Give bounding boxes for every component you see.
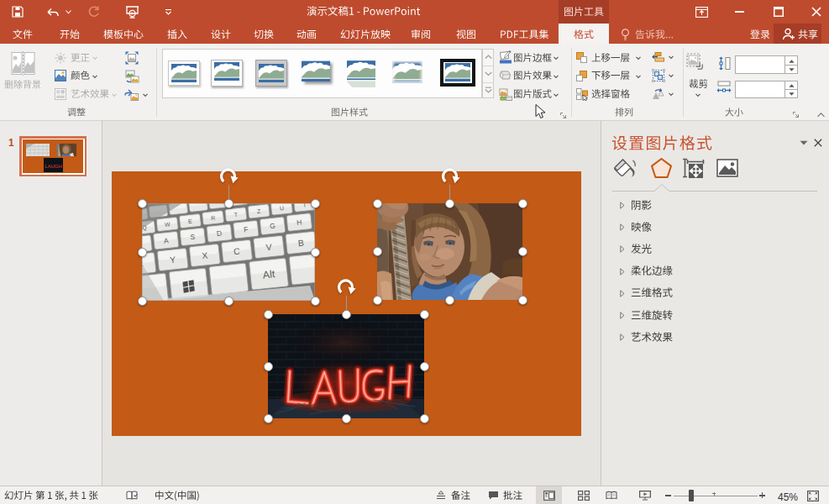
svg-text:D: D bbox=[217, 228, 223, 238]
svg-text:U: U bbox=[280, 205, 285, 211]
svg-text:LAUGH: LAUGH bbox=[45, 164, 62, 169]
svg-text:X: X bbox=[202, 250, 208, 261]
svg-text:Alt: Alt bbox=[262, 268, 275, 281]
svg-text:W: W bbox=[165, 221, 171, 228]
svg-text:H: H bbox=[296, 218, 302, 227]
svg-text:Y: Y bbox=[169, 255, 176, 265]
svg-text:V: V bbox=[265, 242, 272, 253]
svg-text:B: B bbox=[297, 238, 304, 249]
svg-text:G: G bbox=[270, 222, 276, 231]
svg-text:R: R bbox=[211, 215, 216, 221]
svg-text:F: F bbox=[244, 225, 249, 234]
